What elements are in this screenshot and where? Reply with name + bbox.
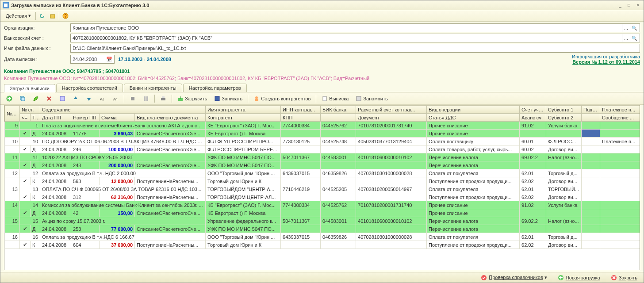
load-button[interactable]: Загрузить <box>174 94 210 103</box>
table-row[interactable]: 91Плата за подключение к системеКлиент-Б… <box>5 122 640 130</box>
maximize-button[interactable]: □ <box>625 2 633 9</box>
date-picker-icon[interactable]: 📅 <box>106 57 112 62</box>
svg-rect-15 <box>162 96 165 98</box>
app-icon <box>2 2 9 9</box>
col-dds[interactable]: Статья ДДС <box>427 114 520 122</box>
table-row[interactable]: ✔К24.04.200831262 316,00ПоступлениеНаРас… <box>5 193 640 201</box>
col-st[interactable]: № ст. <box>20 106 40 114</box>
minimize-button[interactable]: _ <box>616 2 624 9</box>
org-search-icon[interactable]: 🔍 <box>630 24 638 32</box>
date-input[interactable]: 24.04.2008📅 <box>70 55 115 64</box>
col-document[interactable]: Документ <box>356 114 427 122</box>
window-controls: _ □ × <box>616 2 642 9</box>
move-up-icon[interactable] <box>69 94 82 103</box>
table-row[interactable]: ✔К24.04.200860437 000,00ПоступлениеНаРас… <box>5 241 640 249</box>
table-row[interactable]: 1313ОПЛАТА ПО СЧ-Ф 000065 ОТ 26/08/03 ЗА… <box>5 185 640 193</box>
sort-desc-icon[interactable]: A↑ <box>109 94 122 103</box>
col-bik[interactable]: БИК банка <box>321 106 356 114</box>
col-pp[interactable]: Платежное п... <box>600 106 640 114</box>
col-paydoc[interactable]: Вид платежного документа <box>135 114 206 122</box>
org-input[interactable]: Компания Путешествие ООО...🔍 <box>70 23 640 32</box>
col-msg[interactable]: Сообщение ... <box>600 114 640 122</box>
data-grid[interactable]: № п/п № ст. Содержание Имя контрагента И… <box>4 105 640 270</box>
close-button[interactable]: Закрыть <box>608 274 640 282</box>
col-inn[interactable]: ИНН контраг... <box>281 106 321 114</box>
create-contragents-button[interactable]: Создать контрагентов <box>250 94 314 103</box>
account-select-icon[interactable]: ... <box>622 34 630 42</box>
col-lte[interactable]: <= <box>20 114 31 122</box>
col-datepp[interactable]: Дата ПП <box>40 114 71 122</box>
refresh-icon[interactable] <box>38 11 46 20</box>
account-search-icon[interactable]: 🔍 <box>630 34 638 42</box>
new-load-button[interactable]: Новая загрузка <box>555 274 603 282</box>
version-link[interactable]: Версия № 1.12 от 09.11.2014 <box>572 59 640 65</box>
col-sub2[interactable]: Субконто 2 <box>546 114 582 122</box>
report-button[interactable]: Выписка <box>318 94 352 103</box>
table-row[interactable]: ✔Д24.04.2008248200 000,00СписаниеСРасчет… <box>5 161 640 169</box>
col-desc[interactable]: Содержание <box>40 106 206 114</box>
col-type[interactable]: Тип <box>31 114 40 122</box>
col-amount[interactable]: Сумма <box>100 114 135 122</box>
col-blank1[interactable] <box>321 114 356 122</box>
settings-icon[interactable] <box>126 94 139 103</box>
file-label: Имя файла данных : <box>4 46 70 51</box>
tab-mapping[interactable]: Настройка соответствий <box>56 84 123 92</box>
columns-icon[interactable] <box>140 94 152 103</box>
close-window-button[interactable]: × <box>634 2 642 9</box>
col-contr-name[interactable]: Имя контрагента <box>206 106 281 114</box>
print-icon[interactable] <box>157 94 169 103</box>
save-button[interactable]: Записать <box>211 94 245 103</box>
svg-text:A↑: A↑ <box>113 97 118 101</box>
actions-menu[interactable]: Действия ▾ <box>3 12 34 19</box>
table-row[interactable]: 1616Оплата за продукцию В т.ч.НДС 6 166.… <box>5 233 640 241</box>
table-row[interactable]: 1212Оплата за продукцию В т.ч. НДС 2 000… <box>5 169 640 177</box>
mark-icon[interactable] <box>56 94 69 103</box>
check-refs-button[interactable]: Проверка справочников ▾ <box>478 274 550 282</box>
grid-toolbar: A↓ A↑ Загрузить Записать Создать контраг… <box>0 92 644 105</box>
help-icon[interactable]: ? <box>61 11 70 20</box>
col-acc[interactable]: Счет уче... <box>520 106 546 114</box>
sort-asc-icon[interactable]: A↓ <box>96 94 108 103</box>
delete-icon[interactable] <box>43 94 55 103</box>
table-row[interactable]: ✔Д24.04.200825377 000,00СписаниеСРасчетн… <box>5 225 640 233</box>
copy-icon[interactable] <box>16 94 29 103</box>
svg-rect-13 <box>146 96 148 101</box>
svg-text:A↓: A↓ <box>100 97 105 101</box>
svg-rect-1 <box>4 4 8 7</box>
col-optype[interactable]: Вид операции <box>427 106 520 114</box>
col-dept[interactable]: Подр... <box>582 106 600 114</box>
table-row[interactable]: 11111020222 АКЦИЗ ПО СРОКУ 25.05.2003ГУФ… <box>5 153 640 161</box>
account-input[interactable]: 40702810000000001802, КУ КБ "ЕВРОТРАСТ" … <box>70 34 640 42</box>
table-row[interactable]: 1414Комиссия за обслуживание системы Бан… <box>5 201 640 209</box>
table-row[interactable]: ✔Д24.04.2008246100 000,00СписаниеСРасчет… <box>5 145 640 153</box>
tab-settings[interactable]: Настройка параметров <box>183 84 247 92</box>
col-num[interactable]: № п/п <box>5 106 20 122</box>
svg-rect-20 <box>323 96 326 101</box>
edit-icon[interactable] <box>30 94 42 103</box>
col-kpp[interactable]: КПП <box>281 114 321 122</box>
date-range: 17.10.2003 - 24.04.2008 <box>118 57 171 62</box>
dev-info-link[interactable]: Информация от разработчика <box>572 54 640 59</box>
tabs: Загрузка выписки Настройка соответствий … <box>0 82 644 92</box>
table-row[interactable]: ✔Д24.04.200842150,00СписаниеСРасчетногоС… <box>5 209 640 217</box>
col-blank2[interactable] <box>582 114 600 122</box>
app-window: Загрузка выписки из Клиент-Банка в 1С:Бу… <box>0 0 644 283</box>
add-icon[interactable] <box>3 94 15 103</box>
remember-button[interactable]: Запомнить <box>353 94 391 103</box>
file-input[interactable]: D:\1C-Clients8\Клиент-Банк\Примеры\KL_to… <box>70 44 640 53</box>
col-advance[interactable]: Аванс сч. <box>520 114 546 122</box>
table-row[interactable]: 1515Акциз по сроку 15.07.2003 г.Управлен… <box>5 217 640 225</box>
export-icon[interactable] <box>48 11 57 20</box>
org-select-icon[interactable]: ... <box>622 24 630 32</box>
col-contragent[interactable]: Контрагент <box>206 114 281 122</box>
col-numpp[interactable]: Номер ПП <box>71 114 100 122</box>
tab-load[interactable]: Загрузка выписки <box>4 84 55 92</box>
col-sub1[interactable]: Субконто 1 <box>546 106 582 114</box>
move-down-icon[interactable] <box>83 94 95 103</box>
table-row[interactable]: 1010ПО ДОГОВОРУ 2/К ОТ 06.06.2003 В Т.Ч.… <box>5 138 640 145</box>
tab-banks[interactable]: Банки и контрагенты <box>124 84 182 92</box>
col-acct[interactable]: Расчетный счет контраг... <box>356 106 427 114</box>
table-row[interactable]: ✔Д24.04.2008117783 660,43СписаниеСРасчет… <box>5 130 640 138</box>
table-row[interactable]: ✔К24.04.200859312 000,00ПоступлениеНаРас… <box>5 177 640 185</box>
svg-rect-17 <box>215 96 219 101</box>
